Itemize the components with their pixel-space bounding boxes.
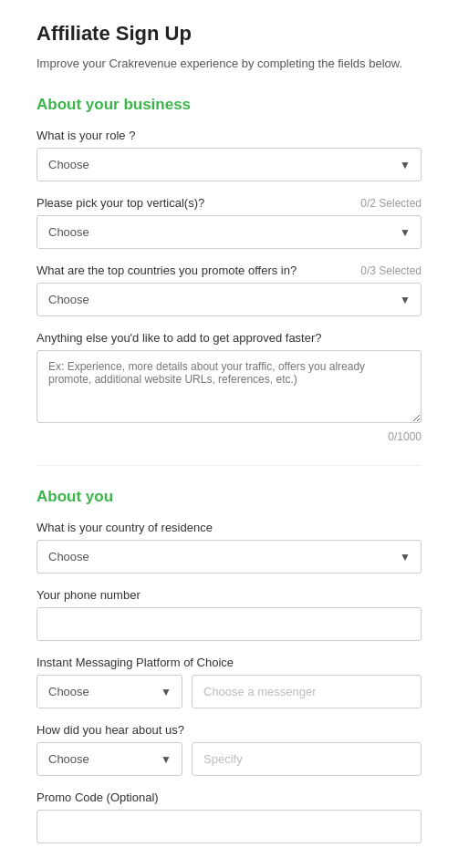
extra-field-group: Anything else you'd like to add to get a… — [36, 331, 422, 443]
country-field-group: What is your country of residence Choose… — [36, 521, 422, 574]
promo-input[interactable] — [36, 810, 422, 843]
role-select-wrapper: Choose ▼ — [36, 148, 422, 181]
countries-field-group: What are the top countries you promote o… — [36, 264, 422, 316]
section-divider — [36, 465, 422, 466]
promo-field-group: Promo Code (Optional) — [36, 790, 422, 843]
verticals-label: Please pick your top vertical(s)? — [36, 196, 204, 210]
role-field-group: What is your role ? Choose ▼ — [36, 129, 422, 181]
countries-label-row: What are the top countries you promote o… — [36, 264, 422, 277]
extra-textarea[interactable] — [36, 350, 422, 423]
verticals-badge: 0/2 Selected — [360, 197, 422, 210]
hear-select[interactable]: Choose — [36, 742, 182, 776]
you-section-title: About you — [36, 488, 422, 506]
verticals-field-group: Please pick your top vertical(s)? 0/2 Se… — [36, 196, 422, 249]
im-select[interactable]: Choose — [36, 675, 182, 708]
business-section-title: About your business — [36, 96, 422, 114]
verticals-select[interactable]: Choose — [36, 215, 422, 249]
hear-field-group: How did you hear about us? Choose ▼ — [36, 723, 422, 776]
extra-label: Anything else you'd like to add to get a… — [36, 331, 422, 345]
hear-specify-input[interactable] — [192, 742, 422, 776]
phone-field-group: Your phone number — [36, 588, 422, 641]
im-messenger-input[interactable] — [192, 675, 422, 708]
verticals-select-wrapper: Choose ▼ — [36, 215, 422, 249]
role-label: What is your role ? — [36, 129, 422, 142]
country-select-wrapper: Choose ▼ — [36, 540, 422, 574]
promo-label: Promo Code (Optional) — [36, 790, 422, 804]
you-section: About you What is your country of reside… — [36, 488, 422, 843]
hear-select-wrapper: Choose ▼ — [36, 742, 182, 776]
country-select[interactable]: Choose — [36, 540, 422, 574]
phone-input[interactable] — [36, 607, 422, 641]
role-select[interactable]: Choose — [36, 148, 422, 181]
business-section: About your business What is your role ? … — [36, 96, 422, 443]
char-count: 0/1000 — [36, 430, 422, 443]
hear-label: How did you hear about us? — [36, 723, 422, 737]
im-inline-group: Choose ▼ — [36, 675, 422, 708]
phone-label: Your phone number — [36, 588, 422, 602]
country-label: What is your country of residence — [36, 521, 422, 534]
countries-select-wrapper: Choose ▼ — [36, 283, 422, 316]
countries-badge: 0/3 Selected — [360, 264, 422, 277]
countries-select[interactable]: Choose — [36, 283, 422, 316]
im-label: Instant Messaging Platform of Choice — [36, 656, 422, 669]
hear-inline-group: Choose ▼ — [36, 742, 422, 776]
verticals-label-row: Please pick your top vertical(s)? 0/2 Se… — [36, 196, 422, 210]
im-select-wrapper: Choose ▼ — [36, 675, 182, 708]
page-subtitle: Improve your Crakrevenue experience by c… — [36, 57, 422, 70]
countries-label: What are the top countries you promote o… — [36, 264, 297, 277]
im-field-group: Instant Messaging Platform of Choice Cho… — [36, 656, 422, 708]
page-title: Affiliate Sign Up — [36, 22, 422, 46]
